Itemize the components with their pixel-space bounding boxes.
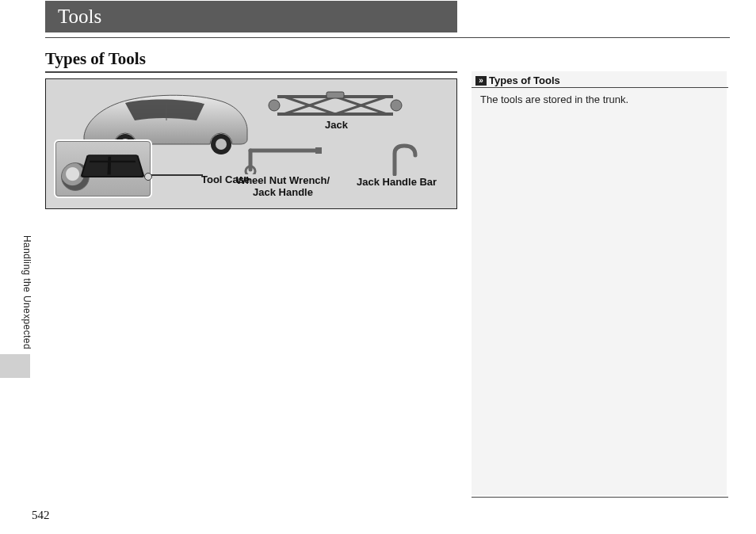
label-jack-handle-bar: Jack Handle Bar	[357, 176, 437, 188]
margin-section-label: Handling the Unexpected	[21, 235, 32, 349]
chapter-bar: Tools	[45, 1, 457, 32]
tool-case-icon	[80, 154, 145, 177]
manual-page: Tools Types of Tools	[0, 0, 756, 534]
svg-point-3	[216, 139, 227, 150]
wrench-illustration	[236, 143, 323, 174]
jack-illustration	[268, 90, 403, 120]
side-bottom-rule	[472, 497, 728, 498]
side-column	[472, 71, 727, 495]
svg-rect-17	[315, 147, 322, 154]
svg-rect-13	[326, 92, 344, 98]
jack-handle-bar-illustration	[363, 143, 430, 176]
chapter-title: Tools	[58, 6, 101, 28]
side-heading: »Types of Tools	[475, 74, 560, 86]
side-body-text: The tools are stored in the trunk.	[480, 93, 628, 105]
svg-point-11	[269, 100, 280, 111]
top-rule	[45, 37, 730, 38]
callout-leader-line	[147, 174, 203, 176]
side-heading-text: Types of Tools	[489, 74, 560, 86]
page-number: 542	[32, 509, 50, 522]
trunk-inset	[54, 139, 152, 198]
label-wrench: Wheel Nut Wrench/ Jack Handle	[231, 174, 334, 198]
tools-figure: Tool Case Jack	[45, 78, 457, 209]
label-jack: Jack	[325, 119, 348, 131]
side-heading-marker-icon: »	[475, 76, 487, 86]
trunk-callout	[54, 139, 181, 203]
svg-point-12	[391, 100, 402, 111]
margin-tab-block	[0, 354, 30, 378]
section-heading: Types of Tools	[45, 49, 146, 69]
side-heading-rule	[472, 87, 728, 88]
heading-rule	[45, 71, 457, 73]
